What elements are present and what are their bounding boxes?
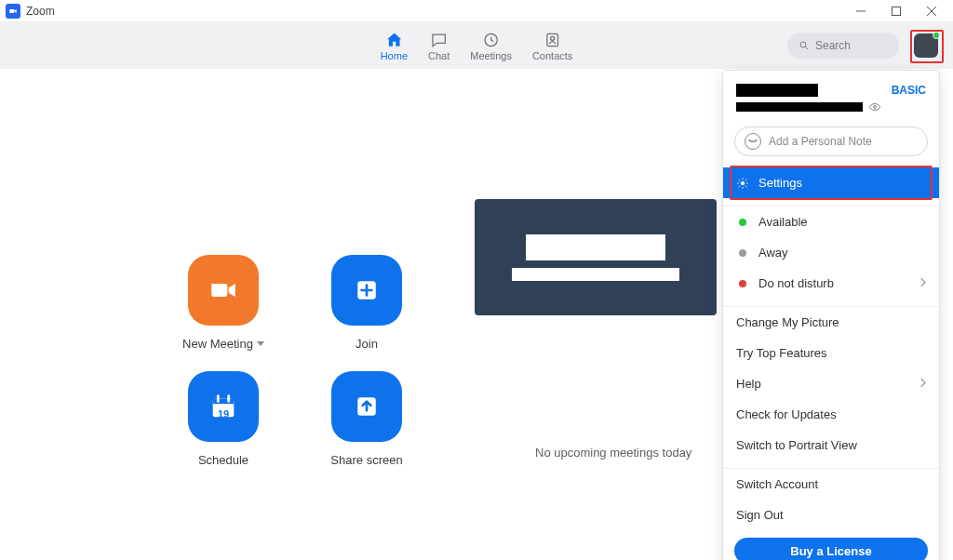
- status-dot-available: [739, 219, 746, 226]
- menu-label: Settings: [758, 176, 802, 190]
- svg-rect-11: [213, 399, 235, 405]
- share-screen-label: Share screen: [330, 453, 402, 467]
- top-nav: Home Chat Meetings Contacts Search: [0, 22, 953, 69]
- menu-item-settings[interactable]: Settings: [723, 167, 939, 198]
- chevron-right-icon: [919, 377, 926, 391]
- join-label: Join: [356, 337, 378, 351]
- redacted-time: [526, 234, 665, 260]
- nav-tab-meetings[interactable]: Meetings: [470, 31, 512, 61]
- home-icon: [384, 31, 403, 49]
- window-maximize-button[interactable]: [879, 0, 914, 22]
- plus-icon: [355, 278, 379, 302]
- video-icon: [208, 274, 239, 306]
- nav-label: Contacts: [532, 50, 572, 61]
- redacted-profile-name: [736, 84, 818, 97]
- nav-label: Meetings: [470, 50, 512, 61]
- menu-label: Switch Account: [736, 477, 818, 491]
- share-screen-button[interactable]: [331, 371, 402, 442]
- menu-item-status-away[interactable]: Away: [723, 237, 939, 268]
- profile-menu-panel: BASIC Add a Personal Note Settings Avail…: [722, 70, 940, 560]
- new-meeting-label[interactable]: New Meeting: [182, 337, 264, 351]
- smile-icon: [745, 133, 761, 150]
- new-meeting-button[interactable]: [188, 255, 259, 326]
- menu-label: Check for Updates: [736, 407, 837, 421]
- search-placeholder: Search: [815, 39, 851, 52]
- window-close-button[interactable]: [914, 0, 949, 22]
- menu-item-change-picture[interactable]: Change My Picture: [723, 307, 939, 338]
- nav-tab-home[interactable]: Home: [381, 31, 408, 61]
- status-dot-away: [739, 249, 746, 257]
- gear-icon: [736, 177, 749, 190]
- schedule-button[interactable]: 19: [188, 371, 259, 442]
- personal-note-placeholder: Add a Personal Note: [769, 135, 872, 148]
- annotation-highlight: [910, 30, 944, 63]
- share-up-icon: [355, 394, 379, 419]
- eye-icon[interactable]: [868, 100, 881, 113]
- nav-tab-chat[interactable]: Chat: [428, 31, 450, 61]
- menu-item-try-features[interactable]: Try Top Features: [723, 338, 939, 368]
- svg-point-16: [874, 106, 877, 109]
- main-content: New Meeting Join 19 Schedule Share scree…: [0, 69, 953, 560]
- menu-label: Away: [758, 246, 788, 260]
- redacted-profile-email: [736, 102, 863, 112]
- menu-label: Switch to Portrait View: [736, 438, 857, 452]
- schedule-label: Schedule: [198, 453, 248, 467]
- profile-avatar-button[interactable]: [912, 32, 940, 60]
- menu-label: Sign Out: [736, 508, 784, 522]
- menu-item-portrait-view[interactable]: Switch to Portrait View: [723, 430, 939, 460]
- personal-note-input[interactable]: Add a Personal Note: [734, 127, 928, 156]
- nav-label: Chat: [428, 50, 450, 61]
- nav-label: Home: [381, 50, 408, 61]
- redacted-date: [512, 268, 679, 281]
- menu-item-help[interactable]: Help: [723, 368, 939, 399]
- calendar-day-number: 19: [218, 408, 229, 420]
- title-bar: Zoom: [0, 0, 953, 22]
- zoom-app-icon: [6, 4, 20, 19]
- menu-item-sign-out[interactable]: Sign Out: [723, 500, 939, 530]
- chevron-right-icon: [919, 276, 926, 290]
- svg-line-8: [806, 47, 809, 50]
- chevron-down-icon: [257, 341, 264, 346]
- menu-label: Do not disturb: [758, 276, 834, 290]
- nav-tab-contacts[interactable]: Contacts: [532, 31, 572, 61]
- contacts-icon: [544, 31, 562, 49]
- menu-label: Change My Picture: [736, 315, 839, 329]
- plan-badge: BASIC: [892, 84, 926, 97]
- search-icon: [799, 40, 810, 51]
- window-minimize-button[interactable]: [843, 0, 879, 22]
- menu-item-switch-account[interactable]: Switch Account: [723, 469, 939, 500]
- buy-license-button[interactable]: Buy a License: [734, 538, 928, 560]
- menu-item-status-available[interactable]: Available: [723, 207, 939, 237]
- chat-icon: [430, 31, 449, 49]
- clock-icon: [482, 31, 501, 49]
- window-title: Zoom: [26, 5, 55, 18]
- join-button[interactable]: [331, 255, 402, 326]
- menu-item-status-dnd[interactable]: Do not disturb: [723, 268, 939, 299]
- svg-point-6: [551, 36, 555, 40]
- menu-label: Available: [758, 215, 808, 229]
- svg-point-7: [800, 42, 806, 47]
- today-banner: [475, 199, 717, 315]
- menu-label: Help: [736, 377, 761, 391]
- menu-label: Try Top Features: [736, 346, 827, 360]
- search-input[interactable]: Search: [787, 33, 899, 59]
- svg-point-17: [741, 181, 745, 185]
- svg-rect-1: [893, 7, 901, 15]
- status-dot-dnd: [739, 280, 746, 287]
- no-meetings-text: No upcoming meetings today: [535, 446, 691, 460]
- menu-item-check-updates[interactable]: Check for Updates: [723, 399, 939, 430]
